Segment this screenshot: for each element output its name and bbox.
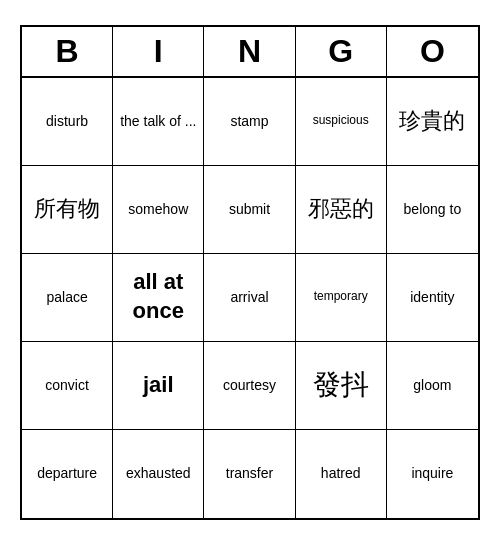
bingo-cell-24: inquire xyxy=(387,430,478,518)
header-letter-O: O xyxy=(387,27,478,76)
bingo-cell-6: somehow xyxy=(113,166,204,254)
bingo-cell-21: exhausted xyxy=(113,430,204,518)
bingo-cell-1: the talk of ... xyxy=(113,78,204,166)
bingo-cell-2: stamp xyxy=(204,78,295,166)
bingo-cell-7: submit xyxy=(204,166,295,254)
bingo-cell-23: hatred xyxy=(296,430,387,518)
bingo-cell-10: palace xyxy=(22,254,113,342)
bingo-cell-22: transfer xyxy=(204,430,295,518)
bingo-cell-18: 發抖 xyxy=(296,342,387,430)
bingo-cell-15: convict xyxy=(22,342,113,430)
bingo-grid: disturbthe talk of ...stampsuspicious珍貴的… xyxy=(22,78,478,518)
header-letter-N: N xyxy=(204,27,295,76)
header-letter-B: B xyxy=(22,27,113,76)
bingo-cell-5: 所有物 xyxy=(22,166,113,254)
bingo-cell-0: disturb xyxy=(22,78,113,166)
bingo-cell-12: arrival xyxy=(204,254,295,342)
bingo-cell-20: departure xyxy=(22,430,113,518)
header-letter-G: G xyxy=(296,27,387,76)
bingo-cell-14: identity xyxy=(387,254,478,342)
header-letter-I: I xyxy=(113,27,204,76)
bingo-cell-19: gloom xyxy=(387,342,478,430)
bingo-header: BINGO xyxy=(22,27,478,78)
bingo-cell-4: 珍貴的 xyxy=(387,78,478,166)
bingo-card: BINGO disturbthe talk of ...stampsuspici… xyxy=(20,25,480,520)
bingo-cell-9: belong to xyxy=(387,166,478,254)
bingo-cell-16: jail xyxy=(113,342,204,430)
bingo-cell-3: suspicious xyxy=(296,78,387,166)
bingo-cell-13: temporary xyxy=(296,254,387,342)
bingo-cell-17: courtesy xyxy=(204,342,295,430)
bingo-cell-11: all at once xyxy=(113,254,204,342)
bingo-cell-8: 邪惡的 xyxy=(296,166,387,254)
